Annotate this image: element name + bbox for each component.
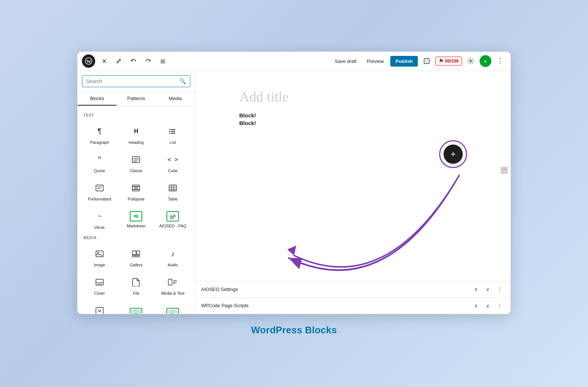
editor-main: Add title Block! Block! + [195,71,510,314]
preview-button[interactable]: Preview [363,56,387,66]
block-list[interactable]: List [155,121,190,148]
block-media-text[interactable]: Media & Text [155,272,190,299]
title-placeholder[interactable]: Add title [239,89,466,105]
svg-rect-43 [136,255,140,257]
toolbar-right: Save draft Preview Publish ⚑ 00/100 [331,55,506,67]
seo-icon: ⚑ [439,58,444,64]
classic-icon [129,153,143,166]
block-extra1[interactable] [119,301,154,314]
scroll-indicator [500,166,508,174]
svg-rect-23 [132,185,140,191]
add-block-button[interactable]: + [444,145,463,164]
wp-logo-icon[interactable]: W [82,54,95,68]
block-image[interactable]: Image [82,244,117,270]
media-text-label: Media & Text [161,291,184,296]
markdown-label: Markdown [127,224,146,228]
wpcode-panel: WPCode Page Scripts ∧ ∨ ⋮ [195,298,510,314]
verse-label: Verse [94,225,105,230]
block-heading[interactable]: H Heading [119,121,154,148]
block-markdown[interactable]: MD Markdown [119,206,154,233]
classic-label: Classic [130,168,143,173]
text-blocks-grid: ¶ Paragraph H Heading [82,121,190,233]
block-text-1[interactable]: Block! [239,112,466,118]
block-cover[interactable]: Cover [82,272,117,299]
code-icon: < > [166,153,179,166]
aioseo-button[interactable]: A [480,55,491,67]
quote-icon: " [93,153,106,166]
aioseo-settings-panel: AIOSEO Settings ∧ ∨ ⋮ [195,281,510,298]
wpcode-collapse-up-button[interactable]: ∧ [471,301,481,311]
aioseo-faq-label: AIOSEO - FAQ [159,224,186,228]
pullquote-label: Pullquote [128,197,145,202]
media-blocks-grid: Image Gallery [82,244,190,313]
editor-content[interactable]: Add title Block! Block! [195,71,510,281]
table-label: Table [168,197,178,202]
close-button[interactable]: ✕ [98,55,110,67]
seo-score-badge[interactable]: ⚑ 00/100 [435,57,462,65]
editor-body: 🔍 Blocks Patterns Media TEXT ¶ Paragraph [78,71,510,314]
table-icon [166,181,179,195]
extra1-icon [130,308,142,313]
toolbar-left: W ✕ [82,54,169,68]
heading-icon: H [129,125,143,138]
footer-label: WordPress Blocks [251,324,337,336]
tab-blocks[interactable]: Blocks [78,92,116,106]
settings-gear-button[interactable] [465,55,477,67]
wpcode-panel-actions: ∧ ∨ ⋮ [471,301,505,311]
seo-score-label: 00/100 [445,58,459,64]
undo-button[interactable] [128,55,139,67]
aioseo-collapse-up-button[interactable]: ∧ [471,284,481,294]
preformatted-icon [93,181,106,195]
svg-point-15 [169,132,171,134]
block-aioseo-faq[interactable]: AIOSEO - FAQ [155,206,190,233]
tab-media[interactable]: Media [156,92,195,106]
block-text-2[interactable]: Block! [239,120,466,126]
sidebar-tabs: Blocks Patterns Media [78,92,195,106]
block-table[interactable]: Table [155,178,190,205]
block-post[interactable]: Post [82,301,117,314]
block-file[interactable]: File [119,272,154,299]
save-draft-button[interactable]: Save draft [331,56,360,66]
block-code[interactable]: < > Code [155,149,190,176]
publish-button[interactable]: Publish [390,56,418,67]
search-bar: 🔍 [78,71,195,92]
preformatted-label: Preformatted [88,197,111,202]
block-paragraph[interactable]: ¶ Paragraph [82,121,117,148]
wpcode-collapse-down-button[interactable]: ∨ [483,301,493,311]
view-button[interactable] [421,55,433,67]
svg-rect-6 [425,60,428,63]
wpcode-more-button[interactable]: ⋮ [494,301,505,311]
redo-button[interactable] [142,55,154,67]
edit-icon-button[interactable] [113,55,125,67]
block-verse[interactable]: ~ Verse [82,206,117,233]
block-extra2[interactable] [155,301,190,314]
tools-button[interactable] [157,55,169,67]
aioseo-more-button[interactable]: ⋮ [494,284,505,294]
block-audio[interactable]: ♪ Audio [155,244,190,270]
cover-icon [93,276,106,289]
block-classic[interactable]: Classic [119,149,154,176]
block-pullquote[interactable]: Pullquote [119,178,154,205]
post-icon [93,304,106,314]
quote-label: Quote [94,168,105,173]
svg-point-14 [169,131,171,132]
search-input[interactable] [86,78,179,84]
aioseo-panel-actions: ∧ ∨ ⋮ [471,284,505,294]
svg-rect-40 [132,251,136,255]
toolbar: W ✕ [78,52,510,71]
block-quote[interactable]: " Quote [82,149,117,176]
block-gallery[interactable]: Gallery [119,244,154,270]
search-input-wrap[interactable]: 🔍 [82,75,190,87]
image-label: Image [94,263,105,267]
aioseo-collapse-down-button[interactable]: ∨ [483,284,493,294]
audio-label: Audio [168,263,178,267]
plus-icon: + [451,150,456,159]
svg-rect-20 [96,185,103,191]
tab-patterns[interactable]: Patterns [116,92,155,106]
block-preformatted[interactable]: Preformatted [82,178,117,205]
cover-label: Cover [94,291,105,296]
svg-text:A: A [484,60,487,63]
more-options-button[interactable]: ⋮ [494,55,506,67]
media-section-label: MEDIA [83,236,190,240]
pullquote-icon [129,181,143,195]
